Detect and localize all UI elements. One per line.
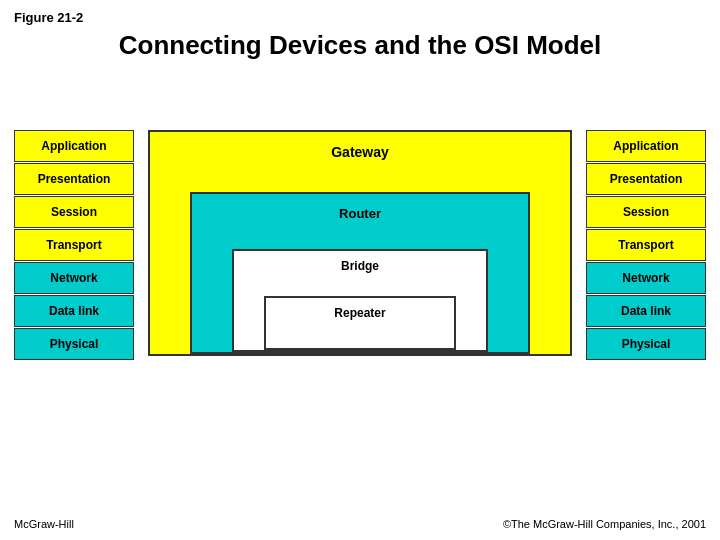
footer-left: McGraw-Hill: [14, 518, 74, 530]
figure-label: Figure 21-2: [14, 10, 83, 25]
repeater-label: Repeater: [266, 306, 454, 320]
left-layer-application: Application: [14, 130, 134, 162]
right-layer-network: Network: [586, 262, 706, 294]
footer-right: ©The McGraw-Hill Companies, Inc., 2001: [503, 518, 706, 530]
left-layer-session: Session: [14, 196, 134, 228]
gateway-box: Gateway Router Bridge Repeater: [148, 130, 572, 356]
left-layer-physical: Physical: [14, 328, 134, 360]
right-layer-physical: Physical: [586, 328, 706, 360]
left-layer-network: Network: [14, 262, 134, 294]
router-label: Router: [192, 206, 528, 221]
repeater-box: Repeater: [264, 296, 456, 350]
right-layer-presentation: Presentation: [586, 163, 706, 195]
right-layer-session: Session: [586, 196, 706, 228]
main-title: Connecting Devices and the OSI Model: [0, 30, 720, 61]
right-layer-transport: Transport: [586, 229, 706, 261]
router-box: Router Bridge Repeater: [190, 192, 530, 354]
left-layer-transport: Transport: [14, 229, 134, 261]
bridge-label: Bridge: [234, 259, 486, 273]
center-diagram: Gateway Router Bridge Repeater: [148, 130, 572, 356]
osi-stack-left: Application Presentation Session Transpo…: [14, 130, 134, 361]
left-layer-datalink: Data link: [14, 295, 134, 327]
left-layer-presentation: Presentation: [14, 163, 134, 195]
gateway-label: Gateway: [150, 144, 570, 160]
right-layer-application: Application: [586, 130, 706, 162]
osi-stack-right: Application Presentation Session Transpo…: [586, 130, 706, 361]
bridge-box: Bridge Repeater: [232, 249, 488, 352]
right-layer-datalink: Data link: [586, 295, 706, 327]
